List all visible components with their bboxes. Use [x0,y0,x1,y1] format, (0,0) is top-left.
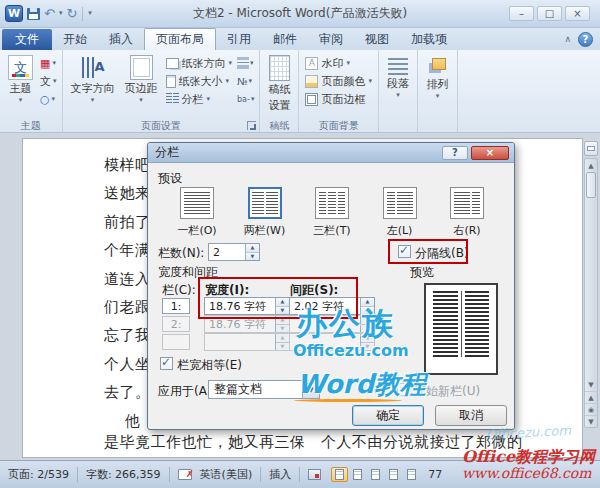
paragraph-button[interactable]: 段落 ▾ [382,53,414,101]
dialog-help-button[interactable]: ? [442,146,468,160]
line-numbers-button[interactable]: №▾ [235,73,256,89]
margins-icon [130,55,153,80]
theme-effects-button[interactable]: ○▾ [38,91,59,108]
ruler-icon [587,146,595,151]
word-logo-icon[interactable]: W [5,5,23,22]
spellcheck-icon[interactable] [178,469,192,480]
dropdown-arrow-icon[interactable]: ▼ [302,381,319,398]
qat-customize-icon[interactable]: ▾ [88,10,92,17]
arrange-button[interactable]: 排列 ▾ [421,53,454,102]
text-direction-button[interactable]: 文字方向 ▾ [66,53,120,106]
minimize-button[interactable]: – [509,6,534,21]
zoom-level[interactable]: 77 [428,468,442,481]
ok-button[interactable]: 确定 [352,405,424,426]
close-button[interactable]: × [565,6,590,21]
preset-right[interactable]: 右(R) [436,187,498,238]
tab-references[interactable]: 引用 [216,28,262,50]
redo-icon[interactable]: ↻ [66,7,77,20]
page-border-button[interactable]: 页面边框 [302,91,375,107]
preset-one-column[interactable]: 一栏(O) [166,187,228,238]
tab-addins[interactable]: 加载项 [400,28,458,50]
quick-access-toolbar: W ↶ ▾ ↻ ▾ [0,5,92,22]
spin-down-icon[interactable]: ▼ [246,252,259,261]
view-outline-button[interactable] [385,467,402,482]
select-browse-object-button[interactable]: ◉ [585,403,597,415]
orientation-button[interactable]: 纸张方向▾ [163,55,236,71]
hyphenation-button[interactable]: ba-▾ [235,91,256,107]
theme-colors-button[interactable]: ▦▾ [38,55,59,72]
tab-file[interactable]: 文件 [2,29,52,50]
tab-view[interactable]: 视图 [354,28,400,50]
spinner-buttons[interactable]: ▲▼ [275,298,289,314]
margins-button[interactable]: 页边距 ▾ [120,53,163,106]
restore-button[interactable]: □ [537,6,562,21]
tab-insert[interactable]: 插入 [98,28,144,50]
tab-home[interactable]: 开始 [52,28,98,50]
columns-dialog: 分栏 ? × 预设 一栏(O) 两栏(W) 三栏(T) 左(L) 右(R) 栏数… [147,142,515,430]
group-paragraph: 段落 ▾ [379,50,418,132]
equal-width-checkbox[interactable] [160,357,173,370]
view-fullscreen-button[interactable] [349,467,366,482]
minimize-ribbon-icon[interactable]: ∧ [564,34,571,44]
view-web-layout-button[interactable] [367,467,384,482]
tab-review[interactable]: 审阅 [308,28,354,50]
line-numbers-icon: № [237,76,247,87]
spin-up-icon[interactable]: ▲ [246,244,259,252]
themes-button[interactable]: 文 主题 ▾ [3,53,38,106]
preset-left[interactable]: 左(L) [369,187,431,238]
tab-mailings[interactable]: 邮件 [262,28,308,50]
breaks-button[interactable]: ▾ [235,55,256,71]
view-draft-button[interactable] [403,467,420,482]
columns-button[interactable]: 分栏▾ [163,91,236,107]
row3-width-spinner: ▲▼ [204,333,290,351]
columns-count-spinner[interactable]: 2 ▲▼ [208,243,260,261]
doc-line: 个年满 [104,236,151,264]
page-indicator[interactable]: 页面: 2/539 [8,467,69,482]
separator-checkbox[interactable] [398,245,411,258]
theme-mini-buttons: ▦▾ 文▾ ○▾ [38,53,59,108]
view-print-layout-button[interactable] [331,467,348,482]
dropdown-icon: ▾ [207,96,211,103]
spinner-buttons[interactable]: ▲▼ [245,244,259,260]
save-icon[interactable] [27,8,40,20]
previous-page-button[interactable]: ▲ [585,391,597,403]
undo-dropdown-icon[interactable]: ▾ [59,10,63,17]
paper-setup-button[interactable]: 稿纸 设置 [263,53,295,115]
theme-fonts-button[interactable]: 文▾ [38,73,59,90]
word-count[interactable]: 字数: 266,359 [86,467,161,482]
preset-two-columns[interactable]: 两栏(W) [234,187,296,238]
dialog-title-bar[interactable]: 分栏 ? × [148,143,514,163]
preset-three-columns[interactable]: 三栏(T) [301,187,363,238]
apply-to-dropdown[interactable]: 整篇文档 ▼ [208,380,320,399]
undo-icon[interactable]: ↶ [44,7,55,20]
cancel-button[interactable]: 取消 [435,405,507,426]
ruler-toggle-button[interactable] [584,141,598,156]
paper-setup-label-2: 设置 [268,98,290,113]
tab-page-layout[interactable]: 页面布局 [144,28,216,50]
scroll-down-arrow[interactable]: ▼ [585,378,597,391]
orientation-icon [166,58,179,69]
language-indicator[interactable]: 英语(美国) [200,467,253,482]
scroll-up-arrow[interactable]: ▲ [585,159,597,172]
scrollbar-thumb[interactable] [586,172,596,198]
insert-mode-indicator[interactable]: 插入 [269,467,291,482]
next-page-button[interactable]: ▼ [585,415,597,427]
paper-size-button[interactable]: 纸张大小▾ [163,73,236,89]
row1-gap-spinner[interactable]: 2.02 字符 ▲▼ [289,297,375,315]
preview-pane [424,283,498,375]
macro-record-icon[interactable] [308,469,321,480]
vertical-scrollbar[interactable]: ▲ ▼ ▲ ◉ ▼ [584,158,598,428]
scrollbar-track[interactable] [585,198,597,378]
dialog-close-button[interactable]: × [471,146,509,160]
columns-count-label: 栏数(N): [158,245,204,262]
watermark-button[interactable]: A水印▾ [302,55,375,71]
spinner-buttons[interactable]: ▲▼ [360,298,374,314]
row1-width-spinner[interactable]: 18.76 字符 ▲▼ [204,297,290,315]
group-label-paper: 稿纸 [260,119,298,131]
status-separator [169,467,170,482]
arrange-icon [432,58,446,70]
page-color-button[interactable]: 页面颜色▾ [302,73,375,89]
page-setup-dialog-launcher[interactable] [247,121,256,130]
page-setup-middle-column: 纸张方向▾ 纸张大小▾ 分栏▾ [163,53,236,107]
help-icon[interactable]: ? [578,32,593,47]
